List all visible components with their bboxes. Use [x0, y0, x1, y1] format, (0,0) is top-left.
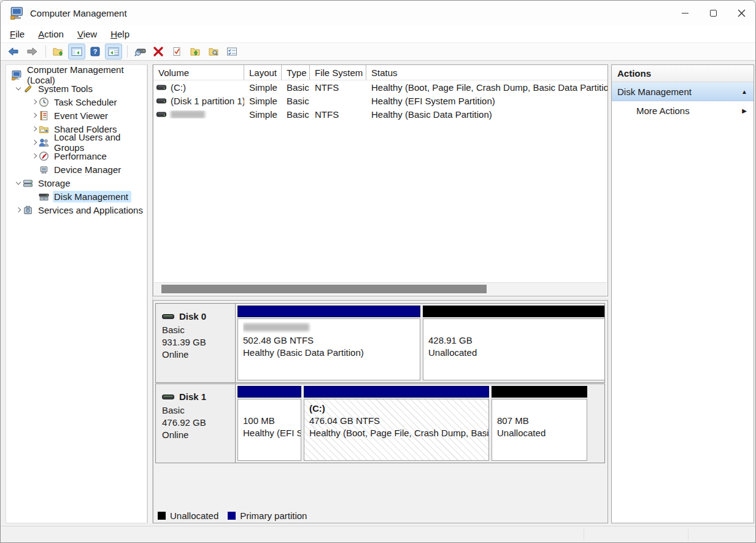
tree-item-device-manager[interactable]: Device Manager [6, 163, 147, 176]
close-icon [738, 9, 746, 17]
disk-1-partition-efi[interactable]: 100 MB Healthy (EFI System Partition) [237, 386, 301, 461]
show-action-pane-button[interactable] [105, 44, 122, 60]
volume-name: (C:) [171, 82, 186, 93]
tree-item-local-users-and-groups[interactable]: Local Users and Groups [6, 136, 147, 149]
shared-folders-icon [39, 124, 49, 134]
folder-upload-icon [190, 47, 201, 56]
partition-size: 476.04 GB NTFS [309, 415, 488, 427]
up-level-button[interactable] [50, 44, 67, 60]
column-header-type[interactable]: Type [282, 65, 310, 80]
actions-group-disk-management[interactable]: Disk Management ▲ [612, 82, 754, 101]
volume-row-data[interactable]: Simple Basic NTFS Healthy (Basic Data Pa… [153, 107, 608, 121]
primary-partition-bar [237, 386, 301, 398]
primary-partition-bar [304, 386, 489, 398]
redacted-partition-name [243, 323, 309, 331]
show-console-tree-button[interactable] [68, 44, 85, 60]
submenu-arrow-icon: ▶ [742, 107, 747, 114]
drive-search-icon [134, 47, 146, 56]
delete-volume-button[interactable] [150, 44, 167, 60]
delete-x-icon [153, 47, 163, 56]
disk-state: Online [162, 429, 235, 441]
tree-item-label: System Tools [38, 83, 93, 94]
volume-file-system: NTFS [310, 82, 366, 93]
properties-list-button[interactable] [223, 44, 241, 60]
partition-status: Healthy (Basic Data Partition) [243, 347, 420, 359]
tree-item-computer-management[interactable]: Computer Management (Local) [6, 68, 147, 82]
disk-0-header[interactable]: Disk 0 Basic 931.39 GB Online [156, 304, 236, 382]
rescan-disks-button[interactable] [131, 44, 148, 60]
folder-search-button[interactable] [205, 44, 222, 60]
minimize-button[interactable] [671, 1, 699, 25]
menu-action[interactable]: Action [31, 27, 71, 41]
tree-item-label: Task Scheduler [54, 97, 117, 107]
redacted-volume-name [171, 110, 205, 118]
tree-item-task-scheduler[interactable]: Task Scheduler [6, 95, 147, 109]
menu-help[interactable]: Help [104, 27, 136, 41]
chevron-down-icon[interactable] [14, 182, 23, 184]
checklist-icon [226, 47, 237, 56]
chevron-right-icon[interactable] [29, 141, 39, 144]
event-viewer-icon [39, 110, 49, 121]
chevron-down-icon[interactable] [14, 88, 23, 90]
partition-name: (C:) [309, 402, 488, 415]
help-button[interactable]: ? [87, 44, 104, 60]
column-header-file-system[interactable]: File System [310, 65, 366, 80]
forward-button[interactable] [23, 44, 40, 60]
close-button[interactable] [727, 1, 755, 25]
menu-file[interactable]: File [3, 27, 31, 41]
volume-status: Healthy (Basic Data Partition) [366, 109, 608, 120]
window-title: Computer Management [30, 8, 127, 18]
volume-row-efi[interactable]: (Disk 1 partition 1) Simple Basic Health… [153, 94, 608, 107]
tree-item-services-and-applications[interactable]: Services and Applications [6, 203, 147, 217]
horizontal-scrollbar[interactable] [154, 282, 607, 295]
disk-type: Basic [162, 404, 235, 417]
menu-view[interactable]: View [71, 27, 104, 41]
chevron-right-icon[interactable] [29, 127, 39, 131]
console-tree-pane: Computer Management (Local) System Tools… [6, 64, 147, 523]
volume-file-system: NTFS [310, 109, 366, 120]
maximize-icon [710, 10, 717, 17]
chevron-right-icon[interactable] [29, 114, 39, 117]
volume-layout: Simple [244, 109, 282, 120]
mark-active-button[interactable] [168, 44, 185, 60]
legend-label: Unallocated [170, 510, 218, 521]
collapse-icon[interactable]: ▲ [741, 88, 747, 95]
device-manager-icon [39, 164, 49, 175]
unallocated-bar [423, 306, 604, 317]
actions-pane-title: Actions [612, 65, 754, 82]
pane-splitter[interactable] [147, 64, 153, 523]
toolbar-separator [45, 45, 46, 58]
volume-list: Volume Layout Type File System Status (C… [153, 64, 608, 296]
primary-partition-bar [237, 306, 420, 317]
disk-0-partition-data[interactable]: 502.48 GB NTFS Healthy (Basic Data Parti… [237, 306, 420, 380]
volume-name: (Disk 1 partition 1) [171, 96, 244, 106]
disk-1-row: Disk 1 Basic 476.92 GB Online 100 MB [155, 383, 605, 463]
tree-item-label: Performance [54, 151, 107, 161]
disk-0-unallocated[interactable]: 428.91 GB Unallocated [423, 306, 604, 380]
back-button[interactable] [5, 44, 22, 60]
disk-1-header[interactable]: Disk 1 Basic 476.92 GB Online [156, 384, 236, 463]
column-header-layout[interactable]: Layout [244, 65, 282, 80]
tree-item-label: Storage [38, 178, 71, 188]
chevron-right-icon[interactable] [14, 208, 23, 212]
scrollbar-thumb[interactable] [161, 285, 487, 293]
tree-item-label: Disk Management [54, 191, 128, 202]
column-header-volume[interactable]: Volume [153, 65, 244, 80]
partition-status: Healthy (Boot, Page File, Crash Dump, Ba… [309, 427, 488, 439]
folder-up-button[interactable] [187, 44, 204, 60]
chevron-right-icon[interactable] [29, 154, 39, 158]
disk-1-partition-c[interactable]: (C:) 476.04 GB NTFS Healthy (Boot, Page … [304, 386, 489, 461]
disk-1-unallocated[interactable]: 807 MB Unallocated [492, 386, 587, 461]
unallocated-bar [492, 386, 587, 398]
volume-row-c[interactable]: (C:) Simple Basic NTFS Healthy (Boot, Pa… [153, 80, 608, 94]
more-actions-item[interactable]: More Actions ▶ [612, 101, 754, 120]
console-tree-icon [71, 47, 82, 56]
tree-item-storage[interactable]: Storage [6, 176, 147, 190]
partition-size: 428.91 GB [428, 334, 604, 347]
tree-item-event-viewer[interactable]: Event Viewer [6, 109, 147, 122]
maximize-button[interactable] [699, 1, 727, 25]
content-area: Computer Management (Local) System Tools… [1, 61, 755, 526]
column-header-status[interactable]: Status [366, 65, 608, 80]
chevron-right-icon[interactable] [29, 100, 39, 104]
tree-item-disk-management[interactable]: Disk Management [6, 190, 147, 203]
